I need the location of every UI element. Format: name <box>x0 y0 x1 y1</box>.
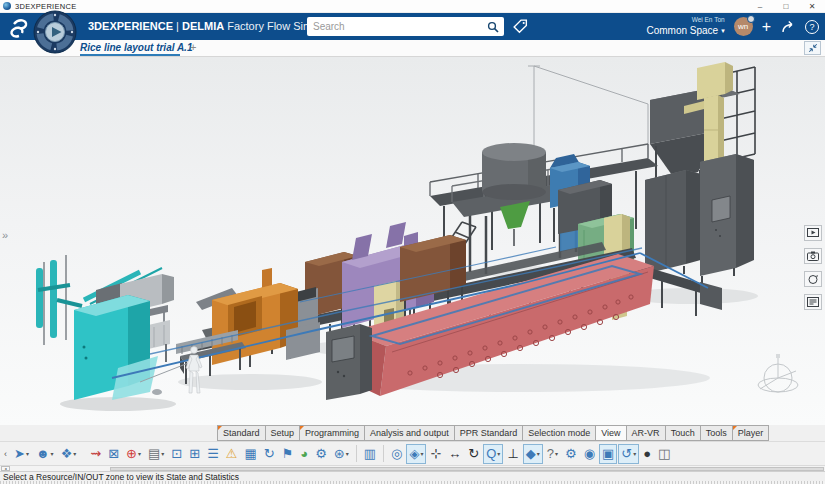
brand-divider: | <box>176 20 179 32</box>
avatar-initials: wn <box>738 22 748 31</box>
dropdown-caret[interactable]: ▾ <box>420 450 423 457</box>
ribbon-tab-tools[interactable]: Tools <box>701 425 733 441</box>
visibility-cube-icon[interactable]: ◉ <box>581 444 598 464</box>
brand-bar: 3DEXPERIENCE | DELMIA Factory Flow Simul… <box>0 13 825 40</box>
zoom-lens-icon-glyph: Q <box>486 447 496 460</box>
cylinder-query-icon[interactable]: ?▾ <box>544 444 561 464</box>
warning-bell-icon-glyph: ⚠ <box>226 447 238 460</box>
ribbon-tab-ar-vr[interactable]: AR-VR <box>627 425 666 441</box>
worker-resource-icon[interactable]: ☻▾ <box>33 444 57 464</box>
dropdown-caret[interactable]: ▾ <box>555 450 558 457</box>
quad-view-icon[interactable]: ◫ <box>655 444 673 464</box>
zoom-area-icon[interactable]: ◎ <box>388 444 405 464</box>
panel-list-icon[interactable] <box>804 294 822 310</box>
schedule-board-icon[interactable]: ▦ <box>241 444 259 464</box>
viewport-side-toolbar <box>804 225 822 310</box>
badge-check-icon[interactable]: ❖▾ <box>58 444 80 464</box>
toolbar-scroll-left[interactable]: ‹ <box>1 449 10 459</box>
pointer-icon-glyph: ➤ <box>14 447 25 460</box>
update-cycle-icon[interactable]: ↻ <box>261 444 278 464</box>
dropdown-caret[interactable]: ▾ <box>51 450 54 457</box>
cylinder-query-icon-glyph: ? <box>547 447 554 460</box>
create-zone-icon[interactable]: ⊕▾ <box>123 444 144 464</box>
cube-settings-icon[interactable]: ⚙ <box>562 444 580 464</box>
select-box-icon[interactable]: ▣ <box>599 444 617 464</box>
application-window: 3DEXPERIENCE – □ ✕ 3DEXPERIENCE | DELMIA… <box>0 0 825 484</box>
new-tab-button[interactable]: + <box>190 41 196 53</box>
avatar[interactable]: wn <box>734 17 753 36</box>
space-label[interactable]: Common Space <box>646 26 718 36</box>
normal-view-icon[interactable]: ⊥ <box>504 444 521 464</box>
reset-rotate-icon[interactable]: ↺▾ <box>618 444 639 464</box>
orbit-sphere-icon[interactable]: ● <box>640 444 654 464</box>
panel-expander-chevron[interactable]: » <box>2 229 8 241</box>
minimize-button[interactable]: – <box>747 0 773 13</box>
bagging-machine[interactable] <box>74 268 196 400</box>
os-title-bar: 3DEXPERIENCE – □ ✕ <box>0 0 825 13</box>
ribbon-tab-programming[interactable]: Programming <box>300 425 365 441</box>
dropdown-caret[interactable]: ▾ <box>497 450 500 457</box>
user-space-selector[interactable]: Wei En Ton Common Space ▾ <box>646 17 724 36</box>
tag-icon[interactable] <box>512 18 529 35</box>
stats-pie-icon-glyph: ◕ <box>300 447 308 460</box>
media-play-icon[interactable] <box>804 225 822 241</box>
horizontal-scrollbar[interactable]: ◂ <box>0 465 825 471</box>
search-bar[interactable] <box>307 17 504 36</box>
dropdown-caret[interactable]: ▾ <box>346 450 349 457</box>
data-table-icon[interactable]: ▥ <box>361 444 379 464</box>
zoom-lens-icon[interactable]: Q▾ <box>483 444 503 464</box>
ribbon-tab-touch[interactable]: Touch <box>666 425 701 441</box>
3d-viewport[interactable]: » <box>0 57 825 425</box>
add-content-button[interactable]: + <box>762 19 771 35</box>
warning-bell-icon[interactable]: ⚠ <box>223 444 241 464</box>
inspect-screen-icon[interactable]: ⊡ <box>168 444 185 464</box>
scrollbar-left-arrow[interactable]: ◂ <box>1 466 10 471</box>
search-input[interactable] <box>307 21 487 32</box>
ribbon-tab-standard[interactable]: Standard <box>217 425 266 441</box>
chevron-down-icon[interactable]: ▾ <box>721 27 725 34</box>
rotate-view-icon[interactable]: ↻ <box>465 444 482 464</box>
share-icon[interactable] <box>780 19 796 35</box>
shading-cube-icon[interactable]: ◆▾ <box>523 444 543 464</box>
process-gear-icon[interactable]: ⚙ <box>312 444 330 464</box>
ribbon-tab-player[interactable]: Player <box>733 425 770 441</box>
dropdown-caret[interactable]: ▾ <box>73 450 76 457</box>
dropdown-caret[interactable]: ▾ <box>161 450 164 457</box>
quad-view-icon-glyph: ◫ <box>658 447 670 460</box>
flag-route-icon[interactable]: ⚑ <box>279 444 297 464</box>
camera-icon[interactable] <box>804 248 822 264</box>
fit-all-icon[interactable]: ⊹ <box>427 444 444 464</box>
dropdown-caret[interactable]: ▾ <box>26 450 29 457</box>
maximize-button[interactable]: □ <box>773 0 799 13</box>
close-button[interactable]: ✕ <box>799 0 825 13</box>
pan-icon[interactable]: ↔ <box>445 444 464 464</box>
control-panel[interactable] <box>326 324 372 400</box>
turntable-icon[interactable] <box>804 271 822 287</box>
ribbon-tab-selection-mode[interactable]: Selection mode <box>523 425 596 441</box>
dropdown-caret[interactable]: ▾ <box>537 450 540 457</box>
tool-sphere-icon[interactable]: ⊛▾ <box>331 444 352 464</box>
pen-measure-icon[interactable] <box>80 444 86 464</box>
document-tab-active[interactable]: Rice line layout trial A.1 <box>80 40 180 56</box>
pointer-icon[interactable]: ➤▾ <box>11 444 32 464</box>
dropdown-caret[interactable]: ▾ <box>633 450 636 457</box>
laser-pin-icon[interactable]: ⇝ <box>87 444 104 464</box>
collapse-viewport-button[interactable] <box>804 41 821 55</box>
factory-scene[interactable] <box>0 57 825 425</box>
resource-stack-icon[interactable]: ▤▾ <box>145 444 167 464</box>
iso-view-cube-icon[interactable]: ◈▾ <box>406 444 426 464</box>
stats-pie-icon[interactable]: ◕ <box>297 444 311 464</box>
ribbon-tab-ppr-standard[interactable]: PPR Standard <box>455 425 524 441</box>
overhead-pipe <box>528 66 648 158</box>
product-cube-icon[interactable]: ⊠ <box>105 444 122 464</box>
ribbon-tab-analysis-and-output[interactable]: Analysis and output <box>365 425 455 441</box>
scrollbar-thumb[interactable] <box>110 467 824 471</box>
dropdown-caret[interactable]: ▾ <box>138 450 141 457</box>
ribbon-tab-view[interactable]: View <box>596 425 626 441</box>
help-icon[interactable]: ? <box>805 20 819 34</box>
layers-hand-icon[interactable]: ☰ <box>204 444 222 464</box>
compass-widget[interactable] <box>33 10 77 54</box>
ribbon-tab-setup[interactable]: Setup <box>266 425 301 441</box>
magnifier-icon[interactable] <box>487 21 499 33</box>
edit-plan-icon[interactable]: ⊞ <box>186 444 203 464</box>
